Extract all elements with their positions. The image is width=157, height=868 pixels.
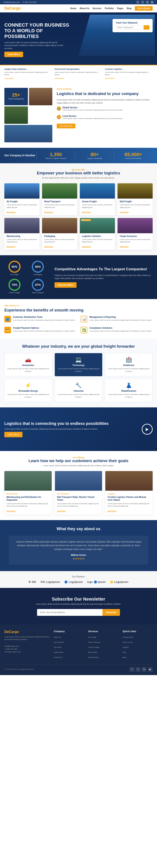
list-item: Latest News (54, 650, 84, 654)
footer-faq-link[interactable]: FAQ (123, 651, 126, 653)
blog-grid: Warehousing Warehousing and Distribution… (4, 471, 153, 515)
road-transport-image (42, 183, 77, 198)
packaging-desc: Lorem ipsum dolor sit amet consectetur a… (44, 238, 75, 243)
about-image-1 (29, 88, 53, 105)
gauge-packaging-circle: 90% (32, 261, 44, 273)
ocean-freight-link[interactable]: Read More (82, 211, 91, 213)
cargo-insurance-link[interactable]: Read More (120, 246, 129, 248)
linkedin-icon[interactable]: in (146, 1, 149, 4)
footer-blog-link[interactable]: Blog (123, 656, 126, 658)
energy-icon: ⚡ (7, 382, 49, 389)
footer-services-link[interactable]: Our Services (54, 641, 64, 643)
road-transport-title: Road Transport (44, 200, 75, 203)
ocean-freight-image (80, 183, 115, 198)
logistics-solution-link[interactable]: Read More (82, 246, 91, 248)
blog-post-3-category: Logistics (107, 493, 151, 495)
footer-support-link[interactable]: Support (123, 646, 129, 648)
video-learn-more-button[interactable]: Learn More (4, 432, 23, 437)
service-logistics-solution: Best Seller Logistics Solution Lorem ips… (80, 218, 115, 250)
road-transport-link[interactable]: Read More (44, 211, 53, 213)
gauge-packaging-label: Packaging (28, 274, 48, 276)
list-item: Terms of Use (123, 640, 153, 644)
service-contract-desc: Lorem ipsum dolor sit amet consectetur a… (105, 71, 153, 76)
gauges-grid: 90% Air Freight 90% Packaging 70% Ocean … (4, 261, 48, 293)
footer-quicklinks-heading: Quick Links (123, 630, 153, 632)
nav-home[interactable]: Home (70, 7, 76, 9)
video-play-button[interactable]: ▶ (142, 424, 153, 435)
benefit-satisfaction: 👥 Customer Satisfaction Tools Lorem ipsu… (4, 316, 76, 322)
footer-company-heading: Company (54, 630, 84, 632)
about-discover-button[interactable]: Discover More (57, 124, 75, 128)
cargo-insurance-title: Cargo Insurance (120, 235, 151, 237)
blog-desc: Lorem ipsum dolor sit amet consectetur a… (35, 465, 122, 467)
list-item: Ocean Freight (88, 645, 118, 649)
list-item: Rail Freight (88, 650, 118, 654)
site-logo[interactable]: DeCargo (4, 6, 21, 11)
service-packaging: Packaging Lorem ipsum dolor sit amet con… (42, 218, 77, 250)
global-title: Global Service (62, 106, 123, 109)
footer-ocean-link[interactable]: Ocean Freight (88, 646, 99, 648)
twitter-icon[interactable]: t (141, 1, 144, 4)
get-quote-button[interactable]: Get A Quote (135, 6, 153, 11)
service-contract-link[interactable]: Learn More (105, 78, 114, 79)
partner-4: logo 🔵 ipsum (87, 581, 105, 584)
footer-about-text: Lorem ipsum dolor sit amet consectetur a… (4, 636, 50, 641)
packaging-link[interactable]: Read More (44, 246, 53, 248)
benefits-grid: 👥 Customer Satisfaction Tools Lorem ipsu… (4, 316, 153, 333)
youtube-icon[interactable]: ▶ (151, 1, 154, 4)
list-item: Road Transport (88, 640, 118, 644)
service-transport-link[interactable]: Learn More (55, 78, 64, 79)
track-submit-button[interactable]: → (144, 25, 149, 30)
footer-team-link[interactable]: Our Team (54, 646, 62, 648)
footer-road-link[interactable]: Road Transport (88, 641, 100, 643)
footer-linkedin-icon[interactable]: in (142, 667, 147, 672)
footer-air-link[interactable]: Air Freight (88, 636, 96, 638)
warehousing-link[interactable]: Read More (6, 246, 15, 248)
blog-post-1-link[interactable]: Read More (6, 510, 15, 512)
facebook-icon[interactable]: f (136, 1, 139, 4)
footer-twitter-icon[interactable]: t (136, 667, 140, 672)
competitive-discover-button[interactable]: Discover More (55, 282, 76, 288)
newsletter-email-input[interactable] (37, 609, 102, 616)
blog-post-3-link[interactable]: Read More (107, 510, 117, 512)
satisfaction-desc: Lorem ipsum dolor sit amet consectetur a… (13, 319, 75, 321)
rail-freight-link[interactable]: Read More (120, 211, 129, 213)
nav-portfolio[interactable]: Portfolio (105, 7, 114, 9)
footer-youtube-icon[interactable]: ▶ (148, 667, 153, 672)
nav-pages[interactable]: Pages (117, 7, 123, 9)
blog-post-2-link[interactable]: Read More (57, 510, 66, 512)
healthcare-icon: 🏥 (108, 356, 150, 363)
stat-workers-num: 65,000+ (117, 152, 149, 157)
benefits-heading: Experience the benefits of smooth moving (4, 308, 153, 313)
track-input[interactable] (116, 25, 144, 30)
nav-blog[interactable]: Blog (127, 7, 131, 9)
blog-subtitle: Our Offering (4, 457, 153, 459)
list-item: Our Team (54, 645, 84, 649)
footer-rail-link[interactable]: Rail Freight (88, 651, 97, 653)
blog-post-2-title: Rail Transport Helps Shorter Transit Tim… (57, 496, 100, 501)
gauge-ocean-circle: 70% (8, 279, 21, 291)
stat-workers-desc: Professional Workers (117, 157, 149, 159)
partner-2-icon: ℕℕ (40, 581, 45, 584)
hero-learn-more-button[interactable]: Learn More (4, 52, 23, 57)
footer-warehouse-link[interactable]: Warehousing (88, 656, 98, 658)
nav-services[interactable]: Services (92, 7, 101, 9)
newsletter-subscribe-button[interactable]: Subscribe (102, 609, 120, 616)
track-form: → (116, 25, 149, 30)
footer-terms-link[interactable]: Terms of Use (123, 641, 133, 643)
footer-facebook-icon[interactable]: f (129, 667, 134, 672)
partner-1-icon: 𝔹 (29, 581, 31, 584)
footer-news-link[interactable]: Latest News (54, 651, 63, 653)
local-title: Local Service (62, 115, 123, 117)
footer-about-link[interactable]: About Us (54, 636, 61, 638)
industrial-desc: Lorem ipsum dolor sit amet consectetur a… (58, 393, 100, 399)
air-freight-link[interactable]: Read More (6, 211, 15, 213)
blog-post-1-desc: Lorem ipsum dolor sit amet consectetur a… (6, 502, 50, 507)
footer-privacy-link[interactable]: Privacy Policy (123, 636, 133, 638)
service-supply-link[interactable]: Learn More (4, 78, 14, 79)
list-item: Support (123, 645, 153, 649)
management-title: Management & Reporting (89, 316, 152, 318)
nav-about[interactable]: About Us (80, 7, 89, 9)
footer-contact-link[interactable]: Contact Us (54, 656, 63, 658)
testimonial-section: What they say about us "Laborum deleniti… (0, 520, 157, 571)
